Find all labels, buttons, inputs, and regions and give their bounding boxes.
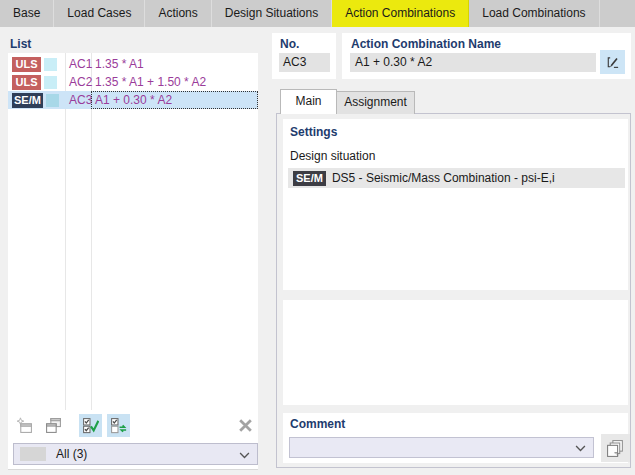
design-situation-label: Design situation <box>290 149 375 163</box>
tab-main[interactable]: Main <box>280 89 337 114</box>
tab-action-combinations[interactable]: Action Combinations <box>332 0 469 27</box>
copy-combination-icon <box>45 417 62 434</box>
no-label: No. <box>280 37 299 51</box>
chevron-down-icon <box>239 452 250 459</box>
category-badge: ULS <box>12 57 41 72</box>
delete-icon <box>237 417 254 434</box>
chevron-down-icon <box>575 445 586 452</box>
settings-panel: Settings Design situation SE/M DS5 - Sei… <box>283 119 628 290</box>
main-tab-bar: Base Load Cases Actions Design Situation… <box>0 0 635 27</box>
comment-label: Comment <box>290 417 345 431</box>
list-title: List <box>10 37 31 51</box>
category-badge: ULS <box>12 75 41 90</box>
check-all-icon <box>82 417 99 434</box>
main-tab-page: Settings Design situation SE/M DS5 - Sei… <box>276 113 631 468</box>
copy-pages-icon <box>606 439 625 458</box>
rename-button[interactable] <box>600 50 625 74</box>
comment-copy-button[interactable] <box>601 434 630 462</box>
check-all-button[interactable] <box>79 414 102 437</box>
combination-formula: 1.35 * A1 + 1.50 * A2 <box>91 73 258 91</box>
invert-selection-button[interactable] <box>107 414 130 437</box>
tab-actions[interactable]: Actions <box>145 0 211 27</box>
delete-combination-button[interactable] <box>233 414 257 437</box>
no-field: AC3 <box>279 53 330 72</box>
rename-icon <box>605 55 620 70</box>
empty-panel <box>283 300 628 405</box>
combination-id: AC2 <box>65 73 91 91</box>
new-combination-button[interactable] <box>13 414 36 437</box>
combination-formula: A1 + 0.30 * A2 <box>91 91 258 109</box>
new-combination-icon <box>16 417 33 434</box>
design-situation-badge: SE/M <box>293 171 326 186</box>
tab-load-combinations[interactable]: Load Combinations <box>469 0 599 27</box>
design-situation-text: DS5 - Seismic/Mass Combination - psi-E,i <box>332 171 555 185</box>
name-field[interactable]: A1 + 0.30 * A2 <box>350 53 596 72</box>
tab-design-situations[interactable]: Design Situations <box>212 0 332 27</box>
category-badge: SE/M <box>12 93 43 108</box>
invert-selection-icon <box>110 417 127 434</box>
name-label: Action Combination Name <box>351 37 501 51</box>
color-swatch <box>46 94 59 107</box>
list-filter-dropdown[interactable]: All (3) <box>13 443 258 465</box>
filter-color-swatch <box>20 447 46 461</box>
copy-combination-button[interactable] <box>42 414 65 437</box>
no-panel: No. AC3 <box>272 33 336 79</box>
action-combinations-dialog: Base Load Cases Actions Design Situation… <box>0 0 635 475</box>
tab-load-cases[interactable]: Load Cases <box>54 0 145 27</box>
tab-assignment[interactable]: Assignment <box>336 91 415 114</box>
color-swatch <box>44 58 57 71</box>
color-swatch <box>44 76 57 89</box>
list-item-ac1[interactable]: ULS AC1 1.35 * A1 <box>8 55 258 73</box>
list-item-ac2[interactable]: ULS AC2 1.35 * A1 + 1.50 * A2 <box>8 73 258 91</box>
combination-formula: 1.35 * A1 <box>91 55 258 73</box>
filter-value: All (3) <box>56 447 87 461</box>
list-panel: ULS AC1 1.35 * A1 ULS AC2 1.35 * A1 + 1.… <box>8 53 258 470</box>
comment-combo[interactable] <box>289 437 594 458</box>
name-panel: Action Combination Name A1 + 0.30 * A2 <box>342 33 631 79</box>
tab-base[interactable]: Base <box>0 0 54 27</box>
design-situation-field: SE/M DS5 - Seismic/Mass Combination - ps… <box>288 168 625 188</box>
list-item-ac3[interactable]: SE/M AC3 A1 + 0.30 * A2 <box>8 91 258 109</box>
combination-id: AC3 <box>65 91 91 109</box>
combination-id: AC1 <box>65 55 91 73</box>
settings-title: Settings <box>290 125 337 139</box>
comment-panel: Comment <box>283 413 628 463</box>
